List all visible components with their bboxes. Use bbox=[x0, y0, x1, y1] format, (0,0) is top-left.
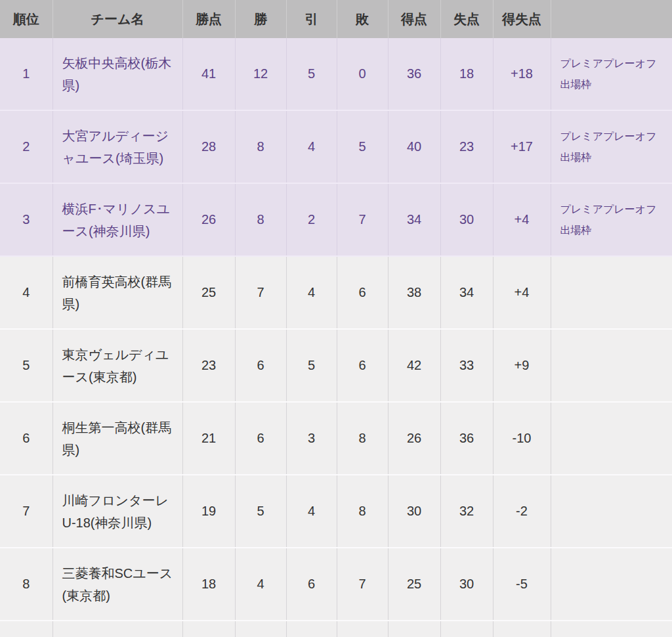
cell-goal-diff: +17 bbox=[493, 110, 551, 183]
cell-goal-diff: -10 bbox=[493, 402, 551, 475]
cell-wins: 8 bbox=[235, 183, 286, 256]
cell-rank: 7 bbox=[0, 475, 52, 548]
table-row: 2大宮アルディージャユース(埼玉県)288454023+17プレミアプレーオフ出… bbox=[0, 110, 672, 183]
table-row: 6桐生第一高校(群馬県)216382636-10 bbox=[0, 402, 672, 475]
cell-goal-diff: -17 bbox=[493, 621, 551, 637]
cell-goal-diff: -5 bbox=[493, 548, 551, 621]
cell-points: 26 bbox=[182, 183, 235, 256]
cell-goals-for: 40 bbox=[388, 110, 440, 183]
cell-note bbox=[551, 402, 672, 475]
cell-goals-against: 36 bbox=[440, 402, 493, 475]
cell-rank: 2 bbox=[0, 110, 52, 183]
table-row: 8三菱養和SCユース(東京都)184672530-5 bbox=[0, 548, 672, 621]
cell-wins: 12 bbox=[235, 38, 286, 110]
header-draws: 引 bbox=[286, 0, 337, 38]
cell-wins: 5 bbox=[235, 621, 286, 637]
cell-rank: 6 bbox=[0, 402, 52, 475]
cell-goals-against: 34 bbox=[440, 256, 493, 329]
cell-draws: 4 bbox=[286, 256, 337, 329]
standings-body: 1矢板中央高校(栃木県)4112503618+18プレミアプレーオフ出場枠2大宮… bbox=[0, 38, 672, 637]
cell-points: 41 bbox=[182, 38, 235, 110]
cell-losses: 8 bbox=[337, 402, 388, 475]
cell-note bbox=[551, 475, 672, 548]
cell-draws: 5 bbox=[286, 329, 337, 402]
cell-team: 桐光学園高校(神奈川県) bbox=[52, 621, 182, 637]
cell-losses: 7 bbox=[337, 183, 388, 256]
cell-team: 横浜F･マリノスユース(神奈川県) bbox=[52, 183, 182, 256]
cell-losses: 0 bbox=[337, 38, 388, 110]
header-rank: 順位 bbox=[0, 0, 52, 38]
header-losses: 敗 bbox=[337, 0, 388, 38]
cell-goals-against: 18 bbox=[440, 38, 493, 110]
cell-losses: 8 bbox=[337, 475, 388, 548]
cell-note bbox=[551, 256, 672, 329]
cell-points: 25 bbox=[182, 256, 235, 329]
header-goals-for: 得点 bbox=[388, 0, 440, 38]
cell-wins: 4 bbox=[235, 548, 286, 621]
cell-goals-for: 34 bbox=[388, 183, 440, 256]
table-row: 3横浜F･マリノスユース(神奈川県)268273430+4プレミアプレーオフ出場… bbox=[0, 183, 672, 256]
cell-goal-diff: +4 bbox=[493, 183, 551, 256]
cell-points: 18 bbox=[182, 548, 235, 621]
standings-table-container: 順位 チーム名 勝点 勝 引 敗 得点 失点 得失点 1矢板中央高校(栃木県)4… bbox=[0, 0, 672, 637]
cell-note: プレミアプレーオフ出場枠 bbox=[551, 110, 672, 183]
cell-draws: 3 bbox=[286, 621, 337, 637]
cell-team: 川崎フロンターレU-18(神奈川県) bbox=[52, 475, 182, 548]
table-row: 9桐光学園高校(神奈川県)185391734-17 bbox=[0, 621, 672, 637]
cell-goals-for: 38 bbox=[388, 256, 440, 329]
cell-points: 28 bbox=[182, 110, 235, 183]
cell-team: 三菱養和SCユース(東京都) bbox=[52, 548, 182, 621]
cell-goal-diff: +4 bbox=[493, 256, 551, 329]
cell-wins: 6 bbox=[235, 402, 286, 475]
table-row: 5東京ヴェルディユース(東京都)236564233+9 bbox=[0, 329, 672, 402]
cell-team: 大宮アルディージャユース(埼玉県) bbox=[52, 110, 182, 183]
cell-goals-against: 23 bbox=[440, 110, 493, 183]
cell-goals-against: 30 bbox=[440, 183, 493, 256]
table-row: 1矢板中央高校(栃木県)4112503618+18プレミアプレーオフ出場枠 bbox=[0, 38, 672, 110]
cell-rank: 3 bbox=[0, 183, 52, 256]
cell-goals-against: 33 bbox=[440, 329, 493, 402]
cell-draws: 4 bbox=[286, 475, 337, 548]
header-wins: 勝 bbox=[235, 0, 286, 38]
header-note bbox=[551, 0, 672, 38]
header-points: 勝点 bbox=[182, 0, 235, 38]
cell-note bbox=[551, 329, 672, 402]
cell-wins: 8 bbox=[235, 110, 286, 183]
cell-team: 矢板中央高校(栃木県) bbox=[52, 38, 182, 110]
cell-rank: 5 bbox=[0, 329, 52, 402]
cell-goal-diff: -2 bbox=[493, 475, 551, 548]
cell-note bbox=[551, 548, 672, 621]
cell-team: 前橋育英高校(群馬県) bbox=[52, 256, 182, 329]
cell-goals-for: 17 bbox=[388, 621, 440, 637]
cell-points: 19 bbox=[182, 475, 235, 548]
cell-draws: 4 bbox=[286, 110, 337, 183]
cell-goals-for: 36 bbox=[388, 38, 440, 110]
cell-draws: 3 bbox=[286, 402, 337, 475]
cell-goals-for: 30 bbox=[388, 475, 440, 548]
cell-wins: 6 bbox=[235, 329, 286, 402]
cell-goals-for: 42 bbox=[388, 329, 440, 402]
table-row: 4前橋育英高校(群馬県)257463834+4 bbox=[0, 256, 672, 329]
cell-rank: 4 bbox=[0, 256, 52, 329]
cell-team: 桐生第一高校(群馬県) bbox=[52, 402, 182, 475]
cell-wins: 5 bbox=[235, 475, 286, 548]
standings-table: 順位 チーム名 勝点 勝 引 敗 得点 失点 得失点 1矢板中央高校(栃木県)4… bbox=[0, 0, 672, 637]
cell-points: 18 bbox=[182, 621, 235, 637]
cell-losses: 6 bbox=[337, 256, 388, 329]
header-row: 順位 チーム名 勝点 勝 引 敗 得点 失点 得失点 bbox=[0, 0, 672, 38]
table-header: 順位 チーム名 勝点 勝 引 敗 得点 失点 得失点 bbox=[0, 0, 672, 38]
cell-goals-against: 32 bbox=[440, 475, 493, 548]
cell-goal-diff: +9 bbox=[493, 329, 551, 402]
cell-draws: 2 bbox=[286, 183, 337, 256]
cell-rank: 1 bbox=[0, 38, 52, 110]
cell-goals-for: 26 bbox=[388, 402, 440, 475]
cell-goal-diff: +18 bbox=[493, 38, 551, 110]
cell-points: 21 bbox=[182, 402, 235, 475]
cell-losses: 5 bbox=[337, 110, 388, 183]
cell-draws: 6 bbox=[286, 548, 337, 621]
cell-goals-against: 30 bbox=[440, 548, 493, 621]
cell-rank: 9 bbox=[0, 621, 52, 637]
cell-losses: 7 bbox=[337, 548, 388, 621]
header-team: チーム名 bbox=[52, 0, 182, 38]
cell-team: 東京ヴェルディユース(東京都) bbox=[52, 329, 182, 402]
